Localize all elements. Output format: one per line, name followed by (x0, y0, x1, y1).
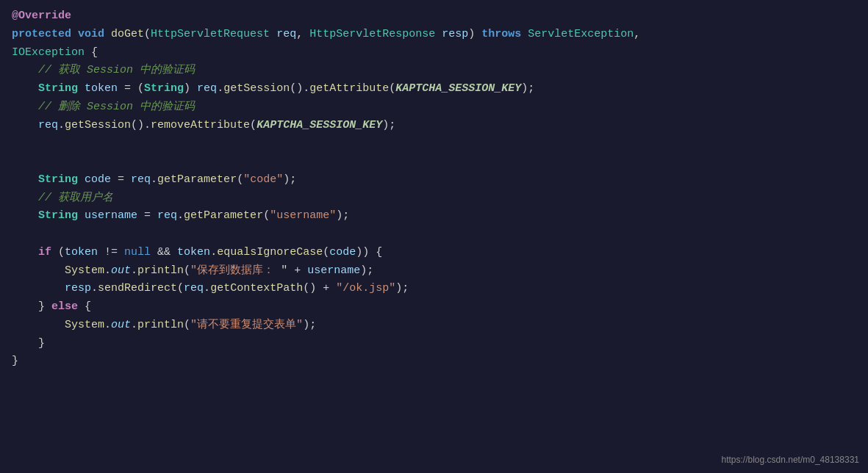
code-line-4: // 获取 Session 中的验证码 (12, 62, 856, 80)
method-getcontextpath: getContextPath (210, 282, 303, 295)
method-sendredirect: sendRedirect (98, 282, 177, 295)
method-getparameter-1: getParameter (157, 173, 237, 186)
string-no-resubmit: "请不要重复提交表单" (190, 319, 303, 331)
method-getsession-1: getSession (223, 82, 290, 95)
code-line-9 (12, 153, 856, 171)
code-line-20: } (12, 353, 856, 371)
watermark: https://blog.csdn.net/m0_48138331 (722, 453, 859, 467)
code-line-18: System.out.println("请不要重复提交表单"); (12, 317, 856, 335)
string-ok-jsp: "/ok.jsp" (336, 282, 395, 295)
code-line-15: System.out.println("保存到数据库： " + username… (12, 262, 856, 281)
class-servletexception: ServletException (528, 28, 634, 40)
var-token: token (85, 82, 118, 95)
var-username: username (85, 209, 137, 222)
param-resp: resp (442, 28, 468, 40)
code-line-1: @Override (12, 7, 856, 26)
code-line-7: req.getSession().removeAttribute(KAPTCHA… (12, 117, 856, 135)
class-system: System (65, 264, 104, 277)
field-out-1: out (111, 264, 131, 277)
keyword-protected: protected (12, 28, 71, 40)
keyword-void: void (78, 28, 104, 40)
code-line-14: if (token != null && token.equalsIgnoreC… (12, 244, 856, 262)
code-line-2: protected void doGet(HttpServletRequest … (12, 26, 856, 44)
keyword-string-3: String (38, 209, 78, 222)
code-line-3: IOException { (12, 44, 856, 62)
keyword-throws: throws (481, 28, 521, 40)
comment-delete-session: // 删除 Session 中的验证码 (38, 101, 195, 113)
code-line-12: String username = req.getParameter("user… (12, 207, 856, 225)
constant-kaptcha-key-2: KAPTCHA_SESSION_KEY (257, 119, 382, 131)
method-getattribute: getAttribute (309, 82, 389, 95)
param-req: req (276, 28, 296, 40)
method-getsession-2: getSession (65, 119, 131, 131)
code-line-10: String code = req.getParameter("code"); (12, 171, 856, 189)
string-username: "username" (270, 209, 336, 222)
class-ioexception: IOException (12, 46, 85, 59)
code-block: @Override protected void doGet(HttpServl… (0, 0, 868, 473)
field-out-2: out (111, 319, 131, 331)
code-line-5: String token = (String) req.getSession()… (12, 80, 856, 98)
comment-get-username: // 获取用户名 (38, 192, 113, 204)
comment-get-session: // 获取 Session 中的验证码 (38, 64, 195, 76)
string-code: "code" (243, 173, 283, 186)
keyword-string-cast: String (144, 82, 184, 95)
method-println-2: println (137, 319, 184, 331)
code-line-6: // 删除 Session 中的验证码 (12, 98, 856, 117)
keyword-if: if (38, 246, 51, 259)
code-line-17: } else { (12, 298, 856, 317)
code-line-16: resp.sendRedirect(req.getContextPath() +… (12, 280, 856, 298)
code-line-19: } (12, 335, 856, 353)
code-line-8 (12, 134, 856, 153)
keyword-else: else (51, 300, 78, 313)
var-code: code (85, 173, 111, 186)
constant-kaptcha-key-1: KAPTCHA_SESSION_KEY (395, 82, 521, 95)
keyword-string-1: String (38, 82, 78, 95)
code-line-13 (12, 225, 856, 244)
keyword-null: null (124, 246, 151, 259)
class-system-2: System (65, 319, 104, 331)
string-save-db: "保存到数据库： (190, 264, 274, 277)
class-httpservletrequest: HttpServletRequest (151, 28, 270, 40)
method-println-1: println (137, 264, 184, 277)
method-removeattribute: removeAttribute (151, 119, 250, 131)
method-getparameter-2: getParameter (184, 209, 263, 222)
keyword-string-2: String (38, 173, 78, 186)
class-httpservletresponse: HttpServletResponse (309, 28, 435, 40)
method-equalsignorecase: equalsIgnoreCase (217, 246, 323, 259)
annotation: @Override (12, 10, 71, 22)
method-doget: doGet (111, 28, 144, 40)
code-line-11: // 获取用户名 (12, 189, 856, 208)
